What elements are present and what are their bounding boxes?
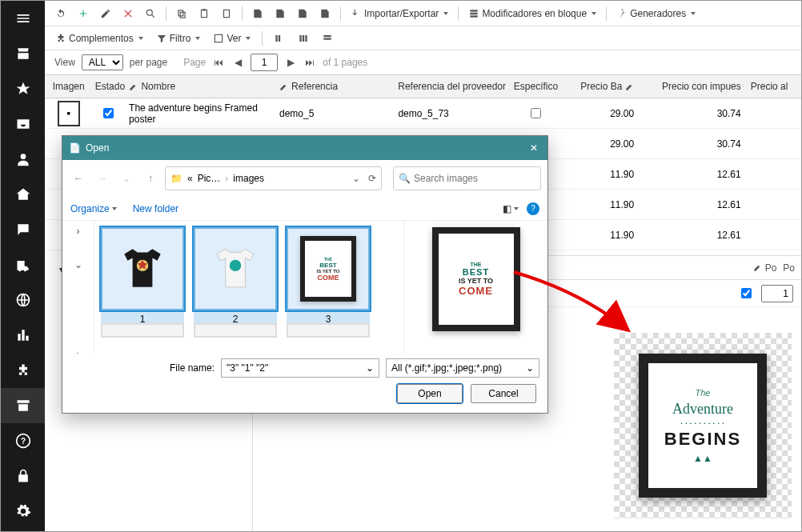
col-price-al[interactable]: Precio al bbox=[746, 81, 801, 92]
export3-icon[interactable] bbox=[293, 6, 312, 22]
clipboard-icon[interactable] bbox=[194, 6, 214, 22]
copy-icon[interactable] bbox=[172, 6, 191, 22]
filename-combo[interactable]: "3" "1" "2"⌄ bbox=[221, 358, 379, 378]
cancel-button[interactable]: Cancel bbox=[471, 384, 536, 403]
tree-collapse-icon[interactable]: ⌄ bbox=[74, 259, 82, 270]
inbox-icon[interactable] bbox=[1, 106, 45, 142]
up-icon[interactable]: ↑ bbox=[141, 169, 160, 188]
recent-icon[interactable]: ⌄ bbox=[117, 169, 136, 188]
row-spec-checkbox[interactable] bbox=[531, 108, 541, 118]
filter-dropdown[interactable]: Filtro bbox=[152, 30, 205, 46]
next-page-icon[interactable]: ▶ bbox=[284, 56, 297, 69]
star-icon[interactable] bbox=[1, 71, 45, 106]
filter-label: Filtro bbox=[170, 33, 191, 44]
new-folder-button[interactable]: New folder bbox=[133, 203, 178, 214]
crumb-root[interactable]: Pic… bbox=[198, 173, 221, 184]
col-image[interactable]: Imagen bbox=[45, 81, 92, 92]
chart-icon[interactable] bbox=[1, 318, 45, 353]
gear-icon[interactable] bbox=[1, 494, 45, 529]
menu-icon[interactable] bbox=[1, 1, 45, 36]
col-specific[interactable]: Específico bbox=[511, 81, 559, 92]
position-checkbox[interactable] bbox=[741, 288, 752, 298]
search-input[interactable] bbox=[414, 173, 535, 184]
home-icon[interactable] bbox=[1, 177, 45, 212]
thumb-6[interactable] bbox=[287, 323, 370, 338]
tree-expand-icon[interactable]: › bbox=[77, 226, 80, 237]
back-icon[interactable]: ← bbox=[69, 169, 88, 188]
export4-icon[interactable] bbox=[315, 6, 335, 22]
breadcrumb[interactable]: 📁 « Pic… › images ⌄ ⟳ bbox=[165, 166, 382, 190]
row-tax-price: 30.74 bbox=[639, 108, 746, 119]
table-row[interactable]: ■The adventure begins Framed posterdemo_… bbox=[45, 98, 801, 129]
search-icon[interactable] bbox=[141, 6, 160, 22]
svg-rect-8 bbox=[224, 10, 230, 17]
row-supref: demo_5_73 bbox=[393, 108, 511, 119]
prev-page-icon[interactable]: ◀ bbox=[231, 56, 244, 69]
export2-icon[interactable] bbox=[271, 6, 290, 22]
col-base-price[interactable]: Precio Ba bbox=[559, 81, 639, 92]
first-page-icon[interactable]: ⏮ bbox=[212, 56, 225, 69]
help-icon[interactable]: ? bbox=[527, 202, 539, 215]
row-tax-price: 12.61 bbox=[639, 169, 746, 180]
cols3-icon[interactable] bbox=[318, 30, 337, 46]
col-state[interactable]: Estado bbox=[92, 81, 124, 92]
open-button[interactable]: Open bbox=[397, 384, 463, 403]
last-page-icon[interactable]: ⏭ bbox=[303, 56, 316, 69]
col-price-tax[interactable]: Precio con impues bbox=[639, 81, 745, 92]
thumb-4[interactable] bbox=[101, 323, 184, 338]
refresh-icon[interactable] bbox=[51, 6, 70, 22]
add-icon[interactable] bbox=[74, 6, 93, 22]
view-mode-icon[interactable]: ◧ bbox=[503, 203, 519, 214]
page-input[interactable] bbox=[251, 54, 278, 71]
pager-row: View ALL per page Page ⏮ ◀ ▶ ⏭ of 1 page… bbox=[45, 50, 801, 74]
crumb-leaf[interactable]: images bbox=[233, 173, 264, 184]
dialog-preview: THE BEST IS YET TO COME bbox=[403, 221, 547, 354]
dialog-search[interactable]: 🔍 bbox=[393, 166, 541, 190]
thumb-5[interactable] bbox=[194, 323, 277, 338]
import-export-dropdown[interactable]: Importar/Exportar bbox=[347, 6, 452, 22]
dialog-tree[interactable]: › ⌄ › bbox=[62, 221, 94, 354]
paste-icon[interactable] bbox=[217, 6, 236, 22]
cols1-icon[interactable] bbox=[270, 30, 289, 46]
user-icon[interactable] bbox=[1, 142, 45, 177]
bulk-mod-dropdown[interactable]: Modificadores en bloque bbox=[464, 6, 600, 22]
page-size-select[interactable]: ALL bbox=[82, 54, 123, 70]
best-b: BEST bbox=[463, 267, 489, 277]
art-adventure: Adventure bbox=[672, 401, 733, 418]
row-state-checkbox[interactable] bbox=[103, 108, 114, 118]
col-supplier-ref[interactable]: Referencia del proveedor bbox=[393, 81, 511, 92]
edit-icon[interactable] bbox=[96, 6, 115, 22]
delete-icon[interactable] bbox=[118, 6, 138, 22]
position-input[interactable] bbox=[761, 285, 793, 302]
chat-icon[interactable] bbox=[1, 212, 45, 247]
archive-icon[interactable] bbox=[1, 388, 45, 423]
crumb-refresh-icon[interactable]: ⟳ bbox=[368, 173, 376, 184]
export1-icon[interactable] bbox=[248, 6, 267, 22]
svg-rect-9 bbox=[471, 10, 478, 11]
col-reference[interactable]: Referencia bbox=[275, 81, 393, 92]
organize-button[interactable]: Organize bbox=[70, 203, 117, 214]
addons-dropdown[interactable]: Complementos bbox=[51, 30, 147, 46]
help-icon[interactable]: ? bbox=[1, 423, 45, 458]
view-dropdown[interactable]: Ver bbox=[209, 30, 255, 46]
truck-icon[interactable] bbox=[1, 247, 45, 282]
row-base-price: 11.90 bbox=[559, 199, 639, 210]
close-icon[interactable]: ✕ bbox=[527, 139, 541, 157]
row-base-price: 11.90 bbox=[559, 230, 639, 241]
detail-col-po[interactable]: Po bbox=[753, 262, 777, 274]
shop-icon[interactable] bbox=[1, 36, 45, 71]
grid-header: Imagen Estado Nombre Referencia Referenc… bbox=[45, 74, 801, 98]
filter-combo[interactable]: All (*.gif;*.jpg;*.jpeg;*.png)⌄ bbox=[386, 358, 539, 378]
cols2-icon[interactable] bbox=[294, 30, 313, 46]
crumb-dropdown-icon[interactable]: ⌄ bbox=[352, 173, 360, 184]
svg-point-3 bbox=[146, 10, 152, 15]
puzzle-icon[interactable] bbox=[1, 353, 45, 388]
col-name[interactable]: Nombre bbox=[124, 81, 275, 92]
globe-icon[interactable] bbox=[1, 282, 45, 318]
lock-icon[interactable] bbox=[1, 458, 45, 494]
dialog-toolbar: Organize New folder ◧ ? bbox=[62, 197, 547, 221]
detail-col-po2[interactable]: Po bbox=[783, 262, 795, 274]
forward-icon[interactable]: → bbox=[93, 169, 112, 188]
generators-dropdown[interactable]: Generadores bbox=[612, 6, 700, 22]
row-thumb: ■ bbox=[58, 101, 80, 126]
